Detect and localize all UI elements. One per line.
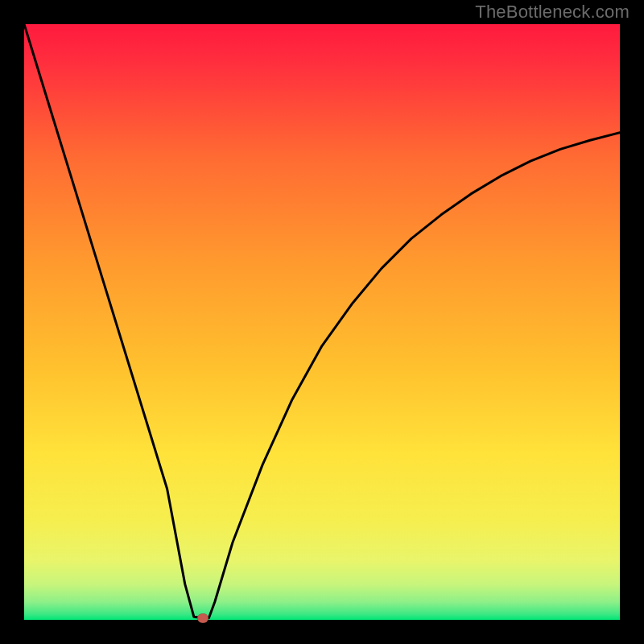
- optimal-point-marker: [197, 613, 208, 623]
- gradient-background: [24, 24, 620, 620]
- chart-frame: TheBottleneck.com: [0, 0, 644, 644]
- watermark-text: TheBottleneck.com: [475, 2, 630, 23]
- chart-svg: [24, 24, 620, 620]
- plot-area: [24, 24, 620, 620]
